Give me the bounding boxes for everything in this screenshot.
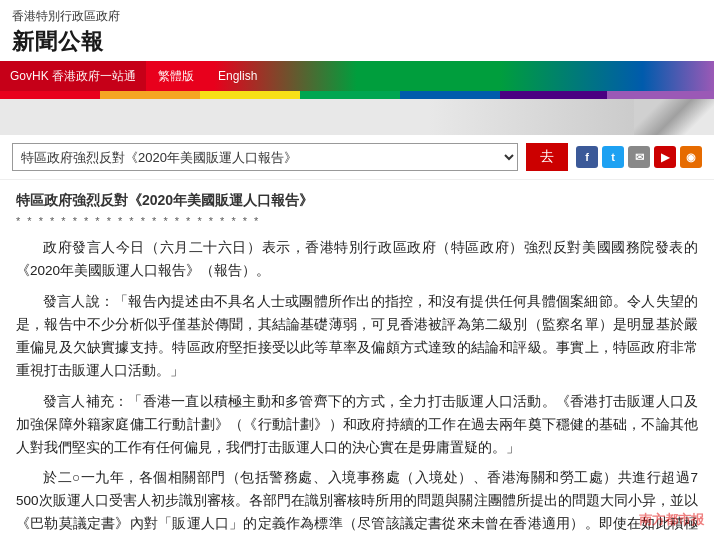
decorative-dots: * * * * * * * * * * * * * * * * * * * * … — [16, 215, 698, 227]
gov-title: 新聞公報 — [12, 27, 702, 57]
paragraph-4: 於二○一九年，各個相關部門（包括警務處、入境事務處（入境处）、香港海關和勞工處）… — [16, 467, 698, 539]
paragraph-2: 發言人說：「報告內提述由不具名人士或團體所作出的指控，和沒有提供任何具體個案細節… — [16, 291, 698, 383]
article-title: 特區政府強烈反對《2020年美國販運人口報告》 — [16, 190, 698, 211]
gov-subtitle: 香港特別行政區政府 — [12, 8, 702, 25]
nav-bar: GovHK 香港政府一站通 繁體版 English — [0, 61, 714, 91]
content-area: 特區政府強烈反對《2020年美國販運人口報告》 * * * * * * * * … — [0, 180, 714, 539]
topic-select[interactable]: 特區政府強烈反對《2020年美國販運人口報告》 — [12, 143, 518, 171]
top-header: 香港特別行政區政府 新聞公報 — [0, 0, 714, 61]
search-bar: 特區政府強烈反對《2020年美國販運人口報告》 去 f t ✉ ▶ ◉ — [0, 135, 714, 180]
article-body: 政府發言人今日（六月二十六日）表示，香港特別行政區政府（特區政府）強烈反對美國國… — [16, 237, 698, 539]
rss-icon[interactable]: ◉ — [680, 146, 702, 168]
go-button[interactable]: 去 — [526, 143, 568, 171]
nav-traditional-link[interactable]: 繁體版 — [146, 61, 206, 91]
rainbow-bar — [0, 91, 714, 99]
deco-strip — [0, 99, 714, 135]
paragraph-3: 發言人補充：「香港一直以積極主動和多管齊下的方式，全力打击販運人口活動。《香港打… — [16, 391, 698, 460]
social-icons: f t ✉ ▶ ◉ — [576, 146, 702, 168]
nav-english-link[interactable]: English — [206, 61, 269, 91]
youtube-icon[interactable]: ▶ — [654, 146, 676, 168]
nav-govhk-link[interactable]: GovHK 香港政府一站通 — [0, 61, 146, 91]
facebook-icon[interactable]: f — [576, 146, 598, 168]
email-icon[interactable]: ✉ — [628, 146, 650, 168]
paragraph-1: 政府發言人今日（六月二十六日）表示，香港特別行政區政府（特區政府）強烈反對美國國… — [16, 237, 698, 283]
twitter-icon[interactable]: t — [602, 146, 624, 168]
